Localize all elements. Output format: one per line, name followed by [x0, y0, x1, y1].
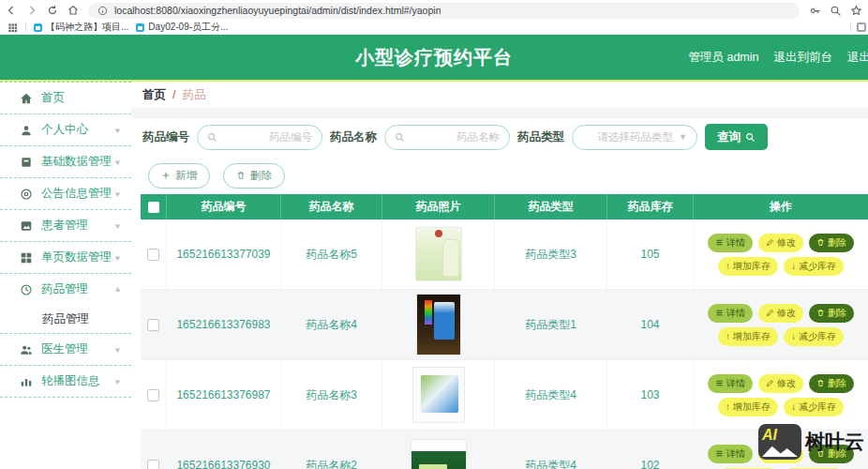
sidebar-item-base-data[interactable]: 基础数据管理 ▼ — [0, 146, 131, 177]
url-text: localhost:8080/xiaoxingzhenliaoyuyueping… — [114, 5, 441, 16]
medicine-id-input-wrap — [197, 125, 322, 150]
medicine-id-input[interactable] — [217, 131, 312, 143]
row-delete-button[interactable]: 删除 — [809, 374, 854, 393]
edit-button[interactable]: 修改 — [758, 304, 803, 323]
detail-button[interactable]: 详情 — [708, 234, 753, 252]
zoom-icon[interactable] — [830, 5, 842, 17]
add-stock-label: 增加库存 — [733, 262, 771, 271]
row-checkbox[interactable] — [147, 460, 159, 469]
query-button[interactable]: 查询 — [705, 124, 768, 150]
detail-button[interactable]: 详情 — [708, 304, 753, 323]
cell-medicine-type: 药品类型3 — [495, 219, 607, 289]
detail-label: 详情 — [726, 238, 745, 248]
trash-icon — [816, 309, 825, 317]
apps-grid-icon[interactable] — [7, 23, 18, 33]
watermark-text: 树叶云 — [805, 429, 864, 455]
product-photo[interactable] — [411, 439, 467, 469]
sidebar-item-medicine-management[interactable]: 药品管理 ▼ — [0, 274, 131, 305]
search-form: 药品编号 药品名称 药品类型 请选择药品类型 ▼ 查询 — [131, 118, 868, 156]
row-checkbox[interactable] — [147, 389, 159, 401]
info-icon[interactable] — [97, 6, 108, 16]
detail-label: 详情 — [726, 449, 745, 459]
medicine-type-select[interactable]: 请选择药品类型 ▼ — [572, 125, 697, 150]
breadcrumb-separator: / — [172, 88, 175, 101]
product-photo[interactable] — [416, 294, 461, 356]
sidebar-item-doctor-management[interactable]: 医生管理 ▼ — [0, 334, 131, 365]
bookmark-item[interactable]: Day02-09-员工分... — [136, 21, 228, 34]
delete-button[interactable]: 删除 — [223, 163, 285, 189]
watermark: AI 树叶云 — [758, 424, 864, 460]
detail-button[interactable]: 详情 — [708, 445, 753, 463]
divider — [0, 273, 131, 274]
sidebar-item-single-page-data[interactable]: 单页数据管理 ▼ — [0, 242, 131, 273]
refresh-icon[interactable] — [47, 5, 58, 16]
edit-button[interactable]: 修改 — [758, 374, 803, 393]
mountain-shape — [762, 444, 798, 457]
sidebar-item-label: 医生管理 — [41, 341, 88, 357]
divider — [0, 365, 131, 366]
col-header-id: 药品编号 — [167, 194, 281, 219]
cell-medicine-name: 药品名称4 — [281, 290, 382, 359]
chevron-down-icon: ▼ — [113, 158, 122, 166]
list-icon — [715, 449, 724, 458]
chart-icon — [19, 374, 33, 388]
back-icon[interactable] — [6, 5, 17, 16]
bookmark-star-icon[interactable] — [850, 5, 862, 17]
medicine-name-input-wrap — [384, 125, 510, 150]
col-header-type: 药品类型 — [495, 194, 607, 219]
select-all-checkbox[interactable] — [148, 202, 159, 213]
row-checkbox[interactable] — [147, 319, 159, 331]
sidebar-item-label: 个人中心 — [41, 122, 88, 138]
home-icon[interactable] — [67, 5, 79, 16]
row-delete-button[interactable]: 删除 — [809, 304, 854, 323]
sidebar-item-carousel-info[interactable]: 轮播图信息 ▼ — [0, 366, 131, 397]
product-photo[interactable] — [412, 367, 465, 423]
sidebar-subitem-medicine-management[interactable]: 药品管理 — [0, 305, 131, 333]
divider — [0, 145, 131, 146]
reduce-stock-button[interactable]: ↓减少库存 — [784, 327, 844, 346]
add-stock-button[interactable]: ↑增加库存 — [718, 327, 778, 346]
search-icon — [745, 132, 756, 143]
medicine-name-input[interactable] — [405, 131, 500, 143]
reduce-stock-button[interactable]: ↓减少库存 — [784, 257, 844, 276]
forward-icon[interactable] — [26, 5, 37, 16]
row-delete-label: 删除 — [828, 238, 846, 248]
bookmark-item[interactable]: 【码神之路】项目... — [34, 21, 128, 34]
plus-icon — [161, 171, 171, 180]
password-key-icon[interactable] — [809, 5, 821, 17]
detail-label: 详情 — [726, 309, 745, 318]
detail-button[interactable]: 详情 — [708, 374, 753, 393]
picture-icon — [19, 219, 33, 233]
watermark-ai-text: AI — [762, 427, 777, 444]
exit-to-front-link[interactable]: 退出到前台 — [774, 50, 833, 66]
section-divider — [131, 108, 868, 118]
bilibili-favicon — [136, 23, 144, 32]
reduce-stock-button[interactable]: ↓减少库存 — [784, 398, 844, 416]
sidebar-item-patients[interactable]: 患者管理 ▼ — [0, 210, 131, 241]
breadcrumb-home[interactable]: 首页 — [142, 87, 166, 103]
row-delete-label: 删除 — [828, 379, 846, 388]
pencil-icon — [766, 238, 774, 247]
main-content: 首页 / 药品 药品编号 药品名称 药品类型 请选择药品类型 ▼ 查询 — [131, 82, 868, 469]
side-panel-icon[interactable] — [857, 23, 866, 32]
admin-user-label[interactable]: 管理员 admin — [688, 50, 758, 66]
cell-medicine-type: 药品类型4 — [495, 431, 607, 469]
sidebar-item-personal-center[interactable]: 个人中心 ▼ — [0, 114, 131, 145]
add-stock-button[interactable]: ↑增加库存 — [718, 257, 778, 276]
sidebar-item-label: 公告信息管理 — [41, 186, 112, 202]
divider — [0, 397, 131, 398]
divider — [0, 113, 131, 114]
row-checkbox[interactable] — [147, 249, 159, 261]
clock-icon — [19, 282, 33, 296]
divider — [0, 241, 131, 242]
edit-button[interactable]: 修改 — [758, 234, 803, 252]
add-stock-button[interactable]: ↑增加库存 — [718, 398, 778, 416]
logout-link[interactable]: 退出登录 — [847, 50, 868, 66]
url-bar[interactable]: localhost:8080/xiaoxingzhenliaoyuyueping… — [88, 3, 800, 19]
row-delete-button[interactable]: 删除 — [809, 234, 854, 252]
sidebar-item-announcements[interactable]: 公告信息管理 ▼ — [0, 178, 131, 209]
product-photo[interactable] — [415, 227, 462, 281]
add-button[interactable]: 新增 — [148, 163, 210, 189]
sidebar-item-home[interactable]: 首页 — [0, 83, 131, 113]
chevron-up-icon: ▼ — [113, 285, 122, 294]
